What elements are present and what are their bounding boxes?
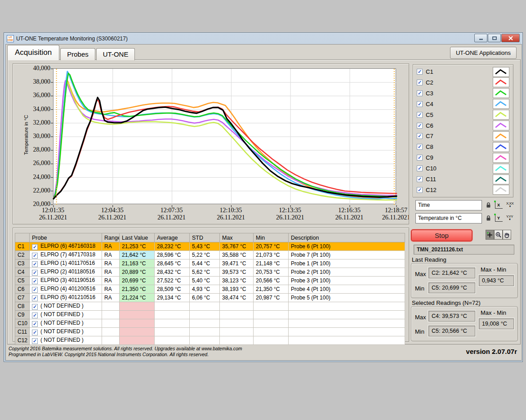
channel-checkbox[interactable]: ✓ [417,101,423,107]
y-scale-lock-icon[interactable] [486,215,491,221]
tab-acquisition[interactable]: Acquisition [7,45,59,60]
std-cell: 5,62 °C [190,268,220,277]
series-C6 [53,80,397,198]
description-cell [289,302,405,311]
max-cell: 38,193 °C [220,285,254,294]
min-cell [254,319,289,328]
probe-checkbox[interactable]: ✓ [32,295,38,301]
probe-row[interactable]: C10 ✓( NOT DEFINED ) [15,319,405,328]
line-style-sample[interactable] [493,121,509,130]
channel-checkbox[interactable]: ✓ [417,165,423,171]
probe-row[interactable]: C4 ✓ELPRO (2) 401180516 RA 20,889 °C 28,… [15,268,405,277]
y-axis-name-field[interactable]: Temperature in °C [415,213,482,223]
selected-readings-title: Selected Readings (N=72) [412,299,481,306]
y-tick-label: 36,000 [14,92,50,99]
probe-name: ELPRO (1) 401170516 [40,260,95,266]
probe-checkbox[interactable]: ✓ [32,321,38,327]
y-format-button[interactable]: Y.YY▼ [506,215,513,221]
probe-checkbox[interactable]: ✓ [32,244,38,250]
plot-area[interactable] [53,68,396,204]
line-style-sample[interactable] [493,131,509,141]
zoom-tool-button[interactable] [494,230,503,240]
hand-icon [504,232,510,238]
probe-row[interactable]: C11 ✓( NOT DEFINED ) [15,328,405,336]
average-cell [155,302,190,311]
channel-id: C7 [15,294,30,302]
last-reading-maxmin-value: 0,943 °C [479,275,514,286]
minimize-button[interactable] [474,34,487,42]
x-format-button[interactable]: X.XX▼ [506,202,513,208]
y-autoscale-button[interactable]: Y [495,215,503,222]
line-style-sample[interactable] [493,142,509,152]
last-value-cell: 21,224 °C [120,294,155,302]
probe-checkbox[interactable]: ✓ [32,253,38,259]
probe-checkbox[interactable]: ✓ [32,287,38,293]
x-autoscale-button[interactable]: X [495,202,503,209]
probe-checkbox[interactable]: ✓ [32,338,38,344]
x-scale-lock-icon[interactable] [486,202,491,208]
probe-row[interactable]: C8 ✓( NOT DEFINED ) [15,302,405,311]
channel-checkbox[interactable]: ✓ [417,187,423,193]
min-cell: 20,566 °C [254,277,289,285]
probe-checkbox[interactable]: ✓ [32,313,38,318]
tab-ut-one[interactable]: UT-ONE [96,48,135,60]
channel-id: C1 [15,242,30,251]
probe-row[interactable]: C1 ✓ELPRO (6) 467160318 RA 21,253 °C 28,… [15,242,405,251]
line-style-sample[interactable] [493,67,509,77]
close-button[interactable] [501,34,520,42]
line-style-sample[interactable] [493,185,509,195]
last-value-cell: 21,163 °C [120,259,155,268]
pan-tool-button[interactable] [503,230,511,240]
stop-button[interactable]: Stop [411,229,473,241]
probe-checkbox[interactable]: ✓ [32,278,38,284]
x-axis-name-field[interactable]: Time [415,200,482,210]
x-scale-row: Time X X.XX▼ [413,200,513,210]
series-C4 [53,71,397,199]
channel-checkbox[interactable]: ✓ [417,112,423,118]
probe-row[interactable]: C2 ✓ELPRO (7) 467170318 RA 21,642 °C 28,… [15,251,405,259]
ut-one-applications-button[interactable]: UT-ONE Applications [450,47,517,59]
probe-row[interactable]: C3 ✓ELPRO (1) 401170516 RA 21,163 °C 28,… [15,259,405,268]
channel-checkbox[interactable]: ✓ [417,155,423,161]
channel-label: C6 [426,122,493,129]
line-style-sample[interactable] [493,153,509,163]
series-group [53,71,397,200]
maximize-button[interactable] [488,34,501,42]
line-style-sample[interactable] [493,88,509,98]
min-cell: 20,987 °C [254,294,289,302]
line-style-sample[interactable] [493,174,509,184]
selected-readings-max-value: C4: 39,573 °C [428,311,475,322]
probe-checkbox[interactable]: ✓ [32,330,38,335]
channel-checkbox[interactable]: ✓ [417,133,423,139]
dropdown-arrow-icon: ▼ [506,205,513,208]
line-style-sample[interactable] [493,77,509,87]
cursor-tool-button[interactable] [486,230,494,240]
range-cell: RA [102,277,120,285]
probe-name: ( NOT DEFINED ) [40,328,84,335]
line-style-sample[interactable] [493,110,509,120]
line-style-sample[interactable] [493,99,509,109]
average-cell: 28,509 °C [155,285,190,294]
channel-checkbox[interactable]: ✓ [417,123,423,129]
max-cell: 35,588 °C [220,251,254,259]
close-icon [508,36,513,40]
probe-row[interactable]: C5 ✓ELPRO (3) 401190516 RA 20,699 °C 27,… [15,277,405,285]
probe-row[interactable]: C7 ✓ELPRO (5) 401210516 RA 21,224 °C 29,… [15,294,405,302]
legend-row: ✓ C4 [417,99,509,109]
channel-checkbox[interactable]: ✓ [417,144,423,150]
y-tick-label: 28,000 [14,146,50,153]
probe-checkbox[interactable]: ✓ [32,304,38,310]
channel-checkbox[interactable]: ✓ [417,176,423,182]
probe-checkbox[interactable]: ✓ [32,261,38,267]
channel-checkbox[interactable]: ✓ [417,90,423,96]
tab-probes[interactable]: Probes [60,48,95,60]
probe-row[interactable]: C6 ✓ELPRO (4) 401200516 RA 21,350 °C 28,… [15,285,405,294]
probe-row[interactable]: C9 ✓( NOT DEFINED ) [15,311,405,319]
channel-checkbox[interactable]: ✓ [417,80,423,85]
probe-row[interactable]: C12 ✓( NOT DEFINED ) [15,336,405,345]
probe-checkbox[interactable]: ✓ [32,270,38,276]
channel-checkbox[interactable]: ✓ [417,69,423,75]
title-bar[interactable]: UT ONE UT-ONE Temperature Monitoring (S3… [4,33,522,44]
last-value-cell: 21,253 °C [120,242,155,251]
line-style-sample[interactable] [493,164,509,174]
